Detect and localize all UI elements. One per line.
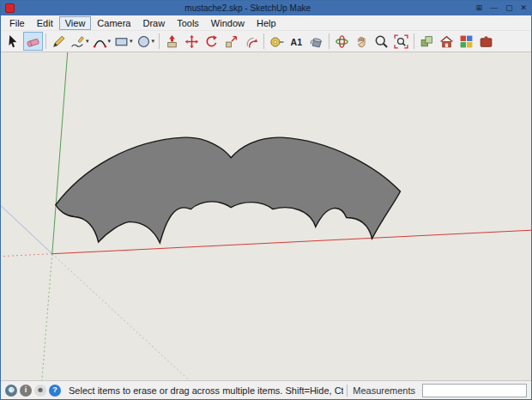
window-title: mustache2.skp - SketchUp Make bbox=[20, 3, 475, 13]
axis-blue-negative bbox=[52, 254, 189, 380]
paint-bucket-tool[interactable] bbox=[306, 32, 326, 51]
extension-warehouse[interactable] bbox=[476, 32, 496, 51]
push-pull-tool[interactable] bbox=[162, 32, 182, 51]
rotate-tool[interactable] bbox=[202, 32, 221, 51]
components-icon bbox=[420, 34, 434, 49]
freehand-tool[interactable]: ▾ bbox=[69, 32, 91, 51]
menu-file[interactable]: File bbox=[3, 16, 31, 30]
user-icon[interactable]: ☻ bbox=[34, 385, 46, 397]
toolbar-separator bbox=[414, 33, 414, 49]
minimize-button[interactable]: — bbox=[490, 4, 498, 12]
scale-tool[interactable] bbox=[221, 32, 241, 51]
move-icon bbox=[184, 34, 199, 49]
tape-icon bbox=[269, 34, 284, 49]
zoom-icon bbox=[374, 34, 389, 49]
arc-tool[interactable]: ▾ bbox=[91, 32, 113, 51]
pencil-icon bbox=[51, 34, 66, 49]
help-icon[interactable]: ? bbox=[49, 385, 61, 397]
toolbar-separator bbox=[263, 33, 264, 49]
menu-bar: FileEditViewCameraDrawToolsWindowHelp bbox=[1, 15, 531, 30]
status-bar: ⊕i☻? Select items to erase or drag acros… bbox=[1, 380, 531, 399]
sketchup-window: mustache2.skp - SketchUp Make ⊞—▢✕ FileE… bbox=[0, 0, 532, 400]
offset-tool[interactable] bbox=[241, 32, 261, 51]
pan-tool[interactable] bbox=[352, 32, 372, 51]
components-browser[interactable] bbox=[417, 32, 437, 51]
freehand-icon bbox=[70, 34, 85, 49]
app-logo-icon bbox=[5, 3, 15, 13]
select-tool[interactable] bbox=[3, 32, 23, 51]
title-bar[interactable]: mustache2.skp - SketchUp Make ⊞—▢✕ bbox=[1, 1, 531, 15]
geolocation-icon[interactable]: ⊕ bbox=[5, 385, 17, 397]
eraser-icon bbox=[26, 34, 40, 49]
grid-button[interactable]: ⊞ bbox=[475, 4, 482, 12]
toolbar-separator bbox=[329, 33, 329, 49]
extension-icon bbox=[479, 34, 493, 49]
pan-icon bbox=[354, 34, 369, 49]
line-tool[interactable] bbox=[49, 32, 69, 51]
axis-blue bbox=[1, 206, 52, 254]
dropdown-arrow-icon[interactable]: ▾ bbox=[130, 38, 133, 45]
text3d-icon bbox=[289, 34, 304, 49]
window-controls: ⊞—▢✕ bbox=[475, 4, 527, 12]
materials-icon bbox=[459, 34, 474, 49]
zoomext-icon bbox=[394, 34, 408, 49]
status-separator bbox=[347, 385, 348, 397]
select-icon bbox=[6, 34, 21, 49]
mustache-shape[interactable] bbox=[56, 137, 401, 243]
dropdown-arrow-icon[interactable]: ▾ bbox=[152, 38, 155, 45]
toolbar-separator bbox=[45, 33, 46, 49]
shapes-tool[interactable]: ▾ bbox=[112, 32, 135, 51]
zoom-extents-tool[interactable] bbox=[391, 32, 411, 51]
eraser-tool[interactable] bbox=[23, 32, 43, 51]
circle-tool[interactable]: ▾ bbox=[135, 32, 157, 51]
offset-icon bbox=[244, 34, 258, 49]
zoom-tool[interactable] bbox=[372, 32, 391, 51]
menu-help[interactable]: Help bbox=[251, 16, 282, 30]
materials-browser[interactable] bbox=[456, 32, 476, 51]
status-icons: ⊕i☻? bbox=[5, 385, 61, 397]
toolbar-separator bbox=[159, 33, 160, 49]
measurements-input[interactable] bbox=[422, 384, 527, 397]
axis-red bbox=[52, 230, 531, 253]
dropdown-arrow-icon[interactable]: ▾ bbox=[86, 38, 89, 45]
axis-green bbox=[52, 52, 68, 254]
pushpull-icon bbox=[165, 34, 179, 49]
warehouse-icon bbox=[439, 34, 454, 49]
warehouse-3d[interactable] bbox=[437, 32, 456, 51]
paint-icon bbox=[309, 34, 323, 49]
axis-red-negative bbox=[1, 254, 52, 257]
rotate-icon bbox=[204, 34, 219, 49]
circle-icon bbox=[136, 34, 151, 49]
drawing-canvas[interactable] bbox=[1, 52, 531, 380]
close-button[interactable]: ✕ bbox=[520, 4, 527, 12]
scale-icon bbox=[224, 34, 239, 49]
toolbar: ▾▾▾▾ bbox=[1, 30, 531, 52]
maximize-button[interactable]: ▢ bbox=[505, 4, 513, 12]
menu-tools[interactable]: Tools bbox=[171, 16, 205, 30]
tape-measure-tool[interactable] bbox=[267, 32, 287, 51]
orbit-tool[interactable] bbox=[332, 32, 352, 51]
status-message: Select items to erase or drag across mul… bbox=[69, 385, 343, 396]
orbit-icon bbox=[335, 34, 349, 49]
measurements-label: Measurements bbox=[353, 385, 415, 396]
dropdown-arrow-icon[interactable]: ▾ bbox=[108, 38, 112, 45]
arc-icon bbox=[93, 34, 107, 49]
menu-camera[interactable]: Camera bbox=[91, 16, 136, 30]
menu-draw[interactable]: Draw bbox=[136, 16, 171, 30]
menu-view[interactable]: View bbox=[59, 16, 92, 30]
menu-edit[interactable]: Edit bbox=[31, 16, 59, 30]
menu-window[interactable]: Window bbox=[205, 16, 251, 30]
model-viewport[interactable] bbox=[1, 52, 531, 380]
rect-icon bbox=[114, 34, 129, 49]
text-tool[interactable] bbox=[287, 32, 306, 51]
move-tool[interactable] bbox=[182, 32, 202, 51]
credits-icon[interactable]: i bbox=[20, 385, 32, 397]
axis-green-negative bbox=[42, 254, 52, 380]
